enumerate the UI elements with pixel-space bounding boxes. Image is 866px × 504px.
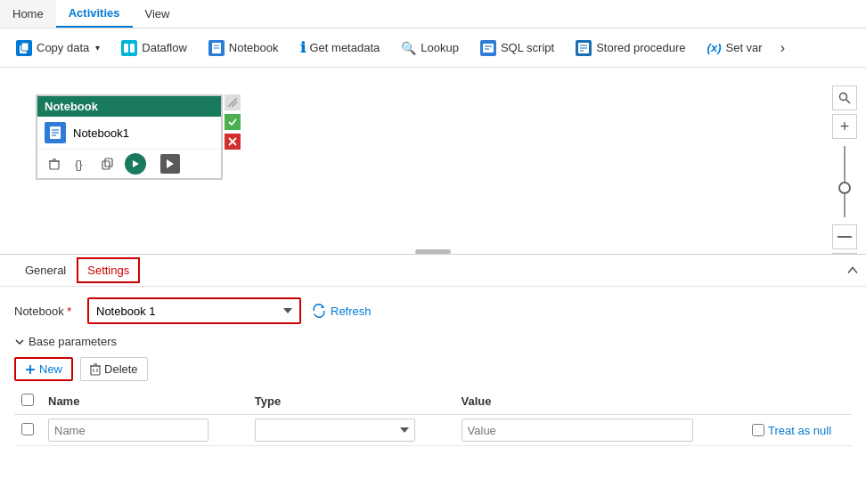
notebook-toolbar-button[interactable]: Notebook — [200, 37, 288, 60]
run-node-button[interactable] — [125, 153, 146, 175]
svg-rect-1 — [21, 43, 29, 51]
dataflow-label: Dataflow — [142, 41, 187, 54]
sql-script-button[interactable]: SQL script — [471, 37, 563, 60]
svg-rect-22 — [102, 161, 110, 169]
select-all-checkbox[interactable] — [21, 394, 34, 406]
notebook-node-title: Notebook — [45, 100, 98, 113]
get-metadata-button[interactable]: ℹ Get metadata — [291, 36, 389, 60]
zoom-slider-track — [844, 146, 846, 217]
toolbar: Copy data ▾ Dataflow Notebook ℹ Get meta… — [0, 28, 866, 68]
notebook-node-name: Notebook1 — [73, 126, 129, 140]
row-checkbox[interactable] — [21, 423, 34, 435]
copy-node-button[interactable] — [98, 154, 118, 174]
copy-data-button[interactable]: Copy data ▾ — [7, 37, 109, 60]
sql-script-label: SQL script — [501, 41, 554, 54]
notebook-form-row: Notebook * Notebook 1 Refresh — [14, 297, 852, 324]
svg-rect-3 — [130, 44, 135, 53]
table-row: String Int Bool Treat as null — [14, 415, 852, 446]
value-input[interactable] — [462, 419, 693, 442]
svg-rect-18 — [50, 161, 59, 169]
get-metadata-label: Get metadata — [310, 41, 380, 54]
set-variable-label: Set var — [725, 41, 762, 54]
notebook-node-header: Notebook — [37, 96, 221, 117]
delete-node-button[interactable] — [45, 154, 64, 174]
delete-label: Delete — [104, 362, 138, 376]
bottom-panel: General Settings Notebook * Notebook 1 R… — [0, 255, 866, 504]
copy-data-label: Copy data — [37, 41, 89, 54]
refresh-label: Refresh — [331, 305, 372, 318]
check-status-icon — [225, 114, 241, 130]
canvas-splitter[interactable] — [415, 249, 451, 254]
params-actions-row: New Delete — [14, 357, 852, 381]
new-param-button[interactable]: New — [14, 357, 73, 381]
notebook-toolbar-icon — [208, 40, 225, 56]
set-variable-button[interactable]: (x) Set var — [699, 37, 772, 58]
zoom-thumb[interactable] — [838, 182, 851, 194]
tab-general[interactable]: General — [14, 256, 77, 284]
required-asterisk: * — [67, 305, 71, 318]
svg-marker-25 — [167, 159, 174, 168]
resize-handle-icon — [225, 94, 241, 110]
search-canvas-button[interactable] — [832, 85, 857, 110]
lookup-icon: 🔍 — [401, 41, 416, 55]
code-node-button[interactable]: {} — [71, 154, 91, 174]
top-nav: Home Activities View — [0, 0, 866, 28]
more-button[interactable]: › — [775, 37, 790, 60]
node-status-icons — [225, 94, 241, 150]
svg-text:{}: {} — [75, 158, 83, 171]
treat-as-null-checkbox[interactable] — [752, 424, 764, 436]
notebook-node: Notebook Notebook1 {} — [36, 94, 223, 180]
treat-as-null-label: Treat as null — [768, 424, 831, 437]
forward-node-button[interactable] — [160, 154, 180, 174]
stored-procedure-label: Stored procedure — [596, 41, 685, 54]
name-column-header: Name — [41, 388, 248, 415]
sql-script-icon — [480, 40, 496, 56]
treat-as-null-container: Treat as null — [752, 424, 845, 437]
zoom-in-button[interactable]: + — [832, 114, 857, 139]
nav-view[interactable]: View — [133, 0, 183, 28]
canvas-area: Notebook Notebook1 {} — [0, 68, 866, 255]
delete-param-button[interactable]: Delete — [80, 357, 148, 381]
type-column-header: Type — [248, 388, 454, 415]
notebook-label: Notebook * — [14, 305, 77, 318]
svg-marker-24 — [133, 160, 139, 167]
svg-rect-39 — [91, 366, 100, 375]
base-parameters-toggle[interactable]: Base parameters — [14, 335, 852, 348]
trash-icon — [90, 363, 101, 376]
notebook-select[interactable]: Notebook 1 — [87, 297, 301, 324]
notebook-node-icon — [45, 122, 66, 143]
params-table: Name Type Value String Int Bool — [14, 388, 852, 446]
zoom-controls: + — [832, 85, 857, 255]
minus-icon — [837, 236, 852, 238]
new-label: New — [39, 362, 62, 376]
dataflow-button[interactable]: Dataflow — [112, 37, 196, 60]
svg-rect-2 — [124, 44, 128, 53]
copy-data-icon — [16, 40, 32, 56]
nav-activities[interactable]: Activities — [56, 0, 133, 28]
nav-home[interactable]: Home — [0, 0, 56, 28]
refresh-button[interactable]: Refresh — [312, 304, 372, 318]
refresh-icon — [312, 304, 326, 318]
plus-icon — [25, 364, 36, 375]
zoom-out-button[interactable] — [832, 224, 857, 249]
notebook-node-footer: {} — [37, 150, 221, 178]
panel-body: Notebook * Notebook 1 Refresh Base param… — [0, 287, 866, 504]
svg-line-31 — [846, 100, 851, 104]
panel-tabs: General Settings — [0, 255, 866, 287]
error-status-icon — [225, 134, 241, 150]
base-parameters-label: Base parameters — [29, 335, 117, 348]
copy-data-chevron-icon: ▾ — [95, 43, 100, 53]
type-select[interactable]: String Int Bool — [255, 419, 415, 442]
svg-rect-23 — [105, 159, 112, 167]
lookup-label: Lookup — [421, 41, 459, 54]
name-input[interactable] — [48, 419, 208, 442]
set-variable-icon: (x) — [707, 41, 722, 54]
tab-settings[interactable]: Settings — [77, 257, 140, 283]
collapse-panel-button[interactable] — [846, 264, 859, 277]
notebook-toolbar-label: Notebook — [229, 41, 279, 54]
stored-procedure-button[interactable]: Stored procedure — [567, 37, 694, 60]
notebook-node-body: Notebook1 — [37, 117, 221, 150]
lookup-button[interactable]: 🔍 Lookup — [392, 37, 468, 59]
svg-rect-7 — [483, 44, 494, 53]
svg-point-30 — [840, 93, 847, 101]
